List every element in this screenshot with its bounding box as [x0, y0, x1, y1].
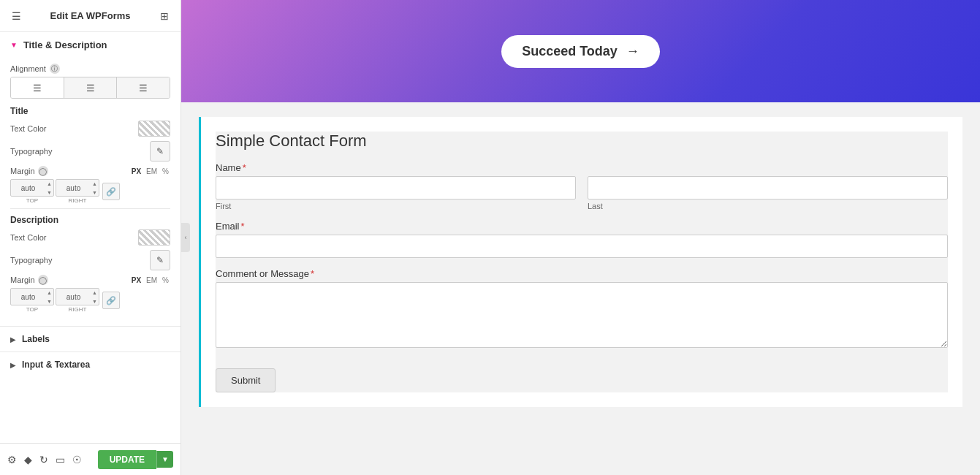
title-margin-top-up[interactable]: ▲ [45, 179, 53, 188]
title-margin-right-group: ▲ ▼ RIGHT [56, 179, 99, 204]
form-title: Simple Contact Form [216, 132, 948, 151]
desc-margin-right-spinners: ▲ ▼ [91, 288, 99, 305]
form-container: Simple Contact Form Name* First Last [216, 132, 948, 392]
form-name-row: First Last [216, 176, 948, 210]
form-name-last-col: Last [588, 176, 948, 210]
alignment-info-icon[interactable]: ⓘ [50, 64, 60, 74]
title-margin-top-down[interactable]: ▼ [45, 188, 53, 197]
submit-button[interactable]: Submit [216, 368, 276, 392]
input-textarea-section: ▶ Input & Textarea [0, 352, 181, 377]
desc-margin-pct-unit[interactable]: % [161, 276, 170, 285]
align-right-button[interactable]: ☰ [117, 77, 170, 98]
hero-button-text: Succeed Today [522, 44, 618, 59]
title-margin-right-spinners: ▲ ▼ [91, 179, 99, 197]
desc-margin-right-input[interactable] [56, 293, 91, 301]
desc-margin-units: PX EM % [130, 276, 170, 285]
responsive-icon[interactable]: ▭ [56, 454, 65, 466]
undo-icon[interactable]: ↻ [39, 454, 48, 466]
form-area: Simple Contact Form Name* First Last [181, 102, 980, 475]
comment-required-star: * [311, 268, 314, 279]
desc-margin-inputs: ▲ ▼ TOP ▲ ▼ [10, 288, 170, 313]
sidebar-header-title: Edit EA WPForms [50, 10, 130, 21]
title-margin-top-group: ▲ ▼ TOP [10, 179, 54, 204]
comment-field-group: Comment or Message* [216, 268, 948, 351]
section-title-label: Title & Description [23, 39, 107, 50]
desc-margin-right-group: ▲ ▼ RIGHT [56, 288, 99, 313]
desc-text-color-swatch[interactable] [138, 229, 170, 246]
desc-typography-edit-button[interactable]: ✎ [150, 250, 170, 270]
form-name-first-col: First [216, 176, 576, 210]
title-margin-right-down[interactable]: ▼ [91, 188, 99, 197]
preview-icon[interactable]: ☉ [72, 454, 82, 466]
email-field-label: Email* [216, 221, 948, 232]
sidebar-header: ☰ Edit EA WPForms ⊞ [0, 0, 181, 32]
labels-section: ▶ Labels [0, 326, 181, 352]
title-margin-top-spinners: ▲ ▼ [45, 179, 53, 197]
title-margin-top-label: TOP [26, 197, 38, 204]
description-subsection-label: Description [10, 215, 170, 225]
desc-margin-top-input-wrap: ▲ ▼ [10, 288, 54, 305]
grid-icon[interactable]: ⊞ [157, 9, 172, 23]
title-typography-label: Typography [10, 147, 52, 156]
title-text-color-swatch[interactable] [138, 121, 170, 137]
desc-margin-px-unit[interactable]: PX [130, 276, 143, 285]
update-button[interactable]: UPDATE [98, 450, 156, 469]
hamburger-icon[interactable]: ☰ [9, 9, 23, 23]
title-margin-top-input[interactable] [11, 184, 45, 192]
labels-arrow-icon: ▶ [10, 335, 16, 343]
desc-margin-right-up[interactable]: ▲ [91, 288, 99, 297]
email-input[interactable] [216, 235, 948, 258]
desc-margin-top-up[interactable]: ▲ [45, 288, 53, 297]
update-dropdown-button[interactable]: ▼ [156, 451, 173, 468]
input-textarea-toggle[interactable]: ▶ Input & Textarea [0, 352, 181, 377]
layers-icon[interactable]: ◆ [24, 454, 32, 466]
desc-margin-top-label: TOP [26, 306, 38, 313]
input-textarea-arrow-icon: ▶ [10, 361, 16, 369]
title-margin-right-label: RIGHT [69, 197, 87, 204]
name-first-input[interactable] [216, 176, 576, 200]
bottom-tool-icons: ⚙ ◆ ↻ ▭ ☉ [7, 454, 82, 466]
title-description-toggle[interactable]: ▼ Title & Description [0, 32, 181, 58]
hero-arrow-icon: → [626, 44, 639, 59]
desc-margin-em-unit[interactable]: EM [145, 276, 159, 285]
desc-margin-top-input[interactable] [11, 293, 45, 301]
settings-icon[interactable]: ⚙ [7, 454, 17, 466]
title-margin-right-up[interactable]: ▲ [91, 179, 99, 188]
title-margin-units: PX EM % [130, 167, 170, 176]
title-margin-inputs: ▲ ▼ TOP ▲ ▼ [10, 179, 170, 204]
title-margin-right-input[interactable] [56, 184, 91, 192]
title-margin-px-unit[interactable]: PX [130, 167, 143, 176]
title-margin-pct-unit[interactable]: % [161, 167, 170, 176]
desc-margin-right-down[interactable]: ▼ [91, 297, 99, 305]
title-typography-edit-button[interactable]: ✎ [150, 141, 170, 162]
desc-margin-minus-icon[interactable]: ◯ [38, 275, 48, 285]
name-last-label: Last [588, 202, 948, 210]
bottom-toolbar: ⚙ ◆ ↻ ▭ ☉ UPDATE ▼ [0, 443, 181, 475]
name-first-label: First [216, 202, 576, 210]
title-margin-label: Margin ◯ [10, 166, 48, 176]
name-last-input[interactable] [588, 176, 948, 200]
title-margin-em-unit[interactable]: EM [145, 167, 159, 176]
title-margin-label-row: Margin ◯ PX EM % [10, 166, 170, 176]
align-left-button[interactable]: ☰ [11, 77, 64, 98]
desc-margin-top-spinners: ▲ ▼ [45, 288, 53, 305]
hero-cta-button[interactable]: Succeed Today → [501, 35, 660, 68]
desc-margin-link-button[interactable]: 🔗 [102, 292, 120, 309]
alignment-row: Alignment ⓘ ☰ ☰ ☰ [10, 64, 170, 99]
desc-typography-label: Typography [10, 256, 52, 265]
comment-field-label: Comment or Message* [216, 268, 948, 279]
desc-margin-top-down[interactable]: ▼ [45, 297, 53, 305]
title-margin-minus-icon[interactable]: ◯ [38, 166, 48, 176]
email-field-group: Email* [216, 221, 948, 258]
labels-toggle[interactable]: ▶ Labels [0, 327, 181, 352]
comment-textarea[interactable] [216, 282, 948, 348]
desc-margin-right-input-wrap: ▲ ▼ [56, 288, 99, 305]
alignment-label: Alignment ⓘ [10, 64, 170, 74]
form-wrapper: Simple Contact Form Name* First Last [199, 117, 962, 407]
divider1 [10, 208, 170, 209]
align-center-button[interactable]: ☰ [64, 77, 118, 98]
input-textarea-label: Input & Textarea [22, 360, 90, 370]
desc-margin-label: Margin ◯ [10, 275, 48, 285]
title-typography-row: Typography ✎ [10, 141, 170, 162]
title-margin-link-button[interactable]: 🔗 [102, 183, 120, 200]
